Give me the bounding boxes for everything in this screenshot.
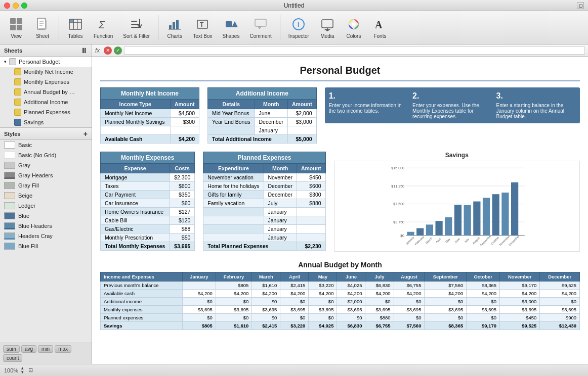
max-btn[interactable]: max: [55, 345, 71, 353]
me-cell-amount-2[interactable]: $350: [170, 191, 195, 199]
annual-cell-savings-apr[interactable]: $3,220: [280, 322, 309, 330]
toolbar-colors[interactable]: Colors: [342, 14, 366, 41]
mni-cell-label-0[interactable]: Monthly Net Income: [101, 109, 171, 118]
annual-cell-prev-label[interactable]: Previous month's balance: [101, 281, 183, 290]
annual-cell-cash-aug[interactable]: $4,200: [394, 290, 425, 298]
ai-cell-label-0[interactable]: Mid Year Bonus: [208, 109, 255, 118]
me-footer-amount[interactable]: $3,695: [170, 242, 195, 251]
pe-cell-amount-7[interactable]: [297, 233, 325, 242]
pe-cell-month-7[interactable]: January: [264, 233, 297, 242]
style-basic-no-grid[interactable]: Basic (No Grid): [0, 150, 92, 160]
annual-cell-planned-jul[interactable]: $880: [365, 314, 394, 322]
annual-cell-cash-feb[interactable]: $4,200: [216, 290, 252, 298]
me-cell-amount-5[interactable]: $120: [170, 216, 195, 225]
pe-cell-month-0[interactable]: November: [264, 173, 297, 182]
sheet-item-monthly-expenses[interactable]: Monthly Expenses: [0, 77, 92, 87]
annual-cell-addl-mar[interactable]: $0: [252, 298, 280, 306]
annual-cell-savings-jun[interactable]: $6,830: [337, 322, 365, 330]
zoom-down-icon[interactable]: ▼: [20, 370, 24, 374]
me-cell-label-3[interactable]: Car Insurance: [101, 199, 170, 208]
annual-cell-savings-feb[interactable]: $1,610: [216, 322, 252, 330]
pe-cell-label-5[interactable]: [203, 216, 264, 225]
me-cell-label-4[interactable]: Home Owners Insurance: [101, 208, 170, 216]
annual-cell-planned-nov[interactable]: $450: [500, 314, 540, 322]
annual-cell-prev-jun[interactable]: $4,025: [337, 281, 365, 290]
me-cell-amount-0[interactable]: $2,300: [170, 173, 195, 182]
ai-cell-amount-1[interactable]: $3,000: [287, 118, 316, 126]
minimize-button[interactable]: [13, 3, 19, 9]
count-btn[interactable]: count: [3, 354, 22, 362]
sum-btn[interactable]: sum: [3, 345, 20, 353]
mni-footer-amount[interactable]: $4,200: [170, 135, 199, 144]
annual-cell-addl-label[interactable]: Additional income: [101, 298, 183, 306]
pe-cell-label-2[interactable]: Gifts for family: [203, 191, 264, 199]
annual-cell-prev-mar[interactable]: $1,610: [252, 281, 280, 290]
sheet-item-planned-expenses[interactable]: Planned Expenses: [0, 107, 92, 117]
ai-cell-label-2[interactable]: [208, 126, 255, 135]
formula-accept-button[interactable]: ✓: [114, 46, 122, 55]
annual-cell-cash-mar[interactable]: $4,200: [252, 290, 280, 298]
ai-footer-amount[interactable]: $5,000: [287, 135, 316, 144]
style-gray-fill[interactable]: Gray Fill: [0, 180, 92, 191]
annual-cell-savings-jan[interactable]: $805: [182, 322, 216, 330]
ai-cell-amount-0[interactable]: $2,000: [287, 109, 316, 118]
close-button[interactable]: [4, 3, 10, 9]
annual-cell-addl-aug[interactable]: $0: [394, 298, 425, 306]
me-cell-amount-7[interactable]: $50: [170, 233, 195, 242]
toolbar-tables[interactable]: Tables: [63, 14, 88, 41]
zoom-stepper[interactable]: ▲ ▼: [20, 366, 24, 374]
toolbar-sheet[interactable]: Sheet: [30, 14, 55, 41]
toolbar-view[interactable]: View: [4, 14, 28, 41]
me-cell-amount-1[interactable]: $600: [170, 182, 195, 191]
mni-footer-label[interactable]: Available Cash: [101, 135, 171, 144]
style-blue-headers[interactable]: Blue Headers: [0, 221, 92, 231]
mni-cell-amount-1[interactable]: $300: [170, 118, 199, 126]
sheet-item-monthly-net-income[interactable]: Monthly Net Income: [0, 67, 92, 77]
fit-page-button[interactable]: ⊡: [28, 367, 33, 373]
annual-cell-cash-dec[interactable]: $4,200: [540, 290, 580, 298]
pe-cell-label-1[interactable]: Home for the holidays: [203, 182, 264, 191]
ai-cell-month-0[interactable]: June: [255, 109, 287, 118]
annual-cell-prev-nov[interactable]: $9,170: [500, 281, 540, 290]
annual-cell-addl-nov[interactable]: $3,000: [500, 298, 540, 306]
annual-cell-cash-jan[interactable]: $4,200: [182, 290, 216, 298]
formula-cancel-button[interactable]: ✕: [104, 46, 112, 55]
annual-cell-monthly-nov[interactable]: $3,695: [500, 306, 540, 314]
annual-cell-addl-dec[interactable]: $0: [540, 298, 580, 306]
annual-cell-planned-apr[interactable]: $0: [280, 314, 309, 322]
resize-button[interactable]: ◻: [577, 2, 584, 9]
annual-cell-cash-label[interactable]: Available cash: [101, 290, 183, 298]
style-gray-headers[interactable]: Gray Headers: [0, 170, 92, 180]
annual-cell-prev-aug[interactable]: $6,755: [394, 281, 425, 290]
annual-cell-cash-nov[interactable]: $4,200: [500, 290, 540, 298]
pe-cell-amount-2[interactable]: $300: [297, 191, 325, 199]
annual-cell-prev-apr[interactable]: $2,415: [280, 281, 309, 290]
annual-cell-monthly-feb[interactable]: $3,695: [216, 306, 252, 314]
annual-cell-monthly-sep[interactable]: $3,695: [425, 306, 467, 314]
annual-cell-prev-sep[interactable]: $7,560: [425, 281, 467, 290]
style-gray[interactable]: Gray: [0, 160, 92, 170]
me-footer-label[interactable]: Total Monthly Expenses: [101, 242, 170, 251]
sheet-item-personal-budget[interactable]: ▾ Personal Budget: [0, 57, 92, 67]
formula-input[interactable]: [124, 46, 585, 55]
annual-cell-cash-sep[interactable]: $4,200: [425, 290, 467, 298]
annual-cell-addl-sep[interactable]: $0: [425, 298, 467, 306]
pe-cell-amount-4[interactable]: [297, 208, 325, 216]
mni-cell-amount-0[interactable]: $4,500: [170, 109, 199, 118]
maximize-button[interactable]: [21, 3, 27, 9]
me-cell-amount-6[interactable]: $88: [170, 225, 195, 233]
annual-cell-addl-jun[interactable]: $2,000: [337, 298, 365, 306]
annual-cell-monthly-aug[interactable]: $3,695: [394, 306, 425, 314]
toolbar-inspector[interactable]: i Inspector: [284, 14, 313, 41]
annual-cell-savings-label[interactable]: Savings: [101, 322, 183, 330]
ai-footer-label[interactable]: Total Additional Income: [208, 135, 288, 144]
toolbar-media[interactable]: Media: [315, 14, 340, 41]
annual-cell-monthly-jun[interactable]: $3,695: [337, 306, 365, 314]
annual-cell-prev-oct[interactable]: $8,365: [467, 281, 500, 290]
style-ledger[interactable]: Ledger: [0, 201, 92, 211]
annual-cell-cash-oct[interactable]: $4,200: [467, 290, 500, 298]
ai-cell-label-1[interactable]: Year End Bonus: [208, 118, 255, 126]
annual-cell-planned-oct[interactable]: $0: [467, 314, 500, 322]
pe-cell-label-0[interactable]: November vacation: [203, 173, 264, 182]
toolbar-textbox[interactable]: T Text Box: [189, 14, 216, 41]
